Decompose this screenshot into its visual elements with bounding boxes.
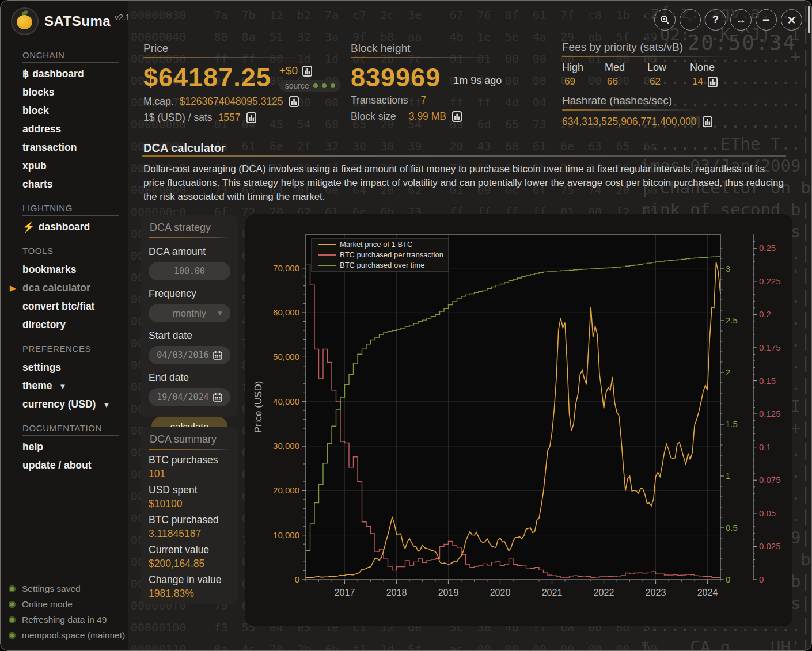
minimize-button[interactable]: −	[756, 9, 777, 31]
calendar-icon[interactable]	[213, 393, 222, 402]
svg-text:30,000: 30,000	[273, 441, 299, 451]
sidebar-item-dca-calculator[interactable]: ▶dca calculator	[1, 279, 128, 297]
start-date-label: Start date	[149, 330, 230, 342]
svg-text:2022: 2022	[594, 588, 614, 597]
dca-amount-input[interactable]	[154, 265, 225, 277]
transactions-value: 7	[421, 94, 427, 106]
btc-purchases-value: 101	[149, 468, 230, 480]
sidebar-item-help[interactable]: help	[1, 437, 128, 456]
svg-text:2017: 2017	[335, 588, 355, 597]
close-button[interactable]: ×	[781, 9, 802, 31]
chevron-down-icon: ▼	[59, 382, 67, 391]
sidebar-item-charts[interactable]: charts	[1, 175, 128, 193]
fee-none-label: None	[690, 62, 742, 74]
dca-chart-panel: 010,00020,00030,00040,00050,00060,00070,…	[245, 214, 792, 626]
chart-icon[interactable]	[703, 116, 712, 127]
svg-text:0.15: 0.15	[759, 376, 776, 386]
dca-chart: 010,00020,00030,00040,00050,00060,00070,…	[245, 214, 792, 626]
svg-text:2.5: 2.5	[726, 315, 738, 325]
dca-amount-label: DCA amount	[149, 246, 230, 258]
status-dot-icon	[9, 601, 16, 608]
fee-low-label: Low	[647, 62, 690, 74]
sidebar-item-lightning-dashboard[interactable]: ⚡dashboard	[1, 218, 128, 236]
svg-text:0.025: 0.025	[759, 541, 781, 551]
frequency-select[interactable]: monthly▼	[149, 304, 230, 322]
status-list: Settings saved Online mode Refreshing da…	[9, 578, 125, 646]
end-date-label: End date	[149, 372, 230, 384]
usd-spent-label: USD spent	[149, 484, 230, 496]
chart-icon[interactable]	[302, 66, 312, 77]
dca-amount-field	[149, 262, 230, 280]
calendar-icon[interactable]	[213, 351, 222, 360]
svg-text:2020: 2020	[490, 588, 511, 597]
fee-med-value: 66	[605, 76, 647, 87]
sidebar-item-dashboard[interactable]: ฿dashboard	[1, 64, 128, 83]
change-in-value-value: 1981.83%	[149, 588, 230, 600]
lightning-icon: ⚡	[22, 221, 35, 233]
sidebar-item-directory[interactable]: directory	[1, 315, 128, 334]
mcap-label: M.cap.	[143, 96, 174, 108]
minimize-icon: −	[762, 13, 770, 28]
svg-text:Price (USD): Price (USD)	[253, 381, 264, 433]
svg-text:Market price of 1 BTC: Market price of 1 BTC	[340, 240, 412, 249]
chevron-down-icon: ▼	[217, 309, 223, 317]
frequency-label: Frequency	[149, 288, 230, 300]
sidebar-item-currency[interactable]: currency (USD)▼	[1, 395, 128, 413]
svg-text:0.2: 0.2	[759, 309, 771, 319]
sidebar-item-xpub[interactable]: xpub	[1, 157, 128, 175]
sidebar-item-convert-btc-fiat[interactable]: convert btc/fiat	[1, 297, 128, 315]
help-button[interactable]: ?	[705, 9, 726, 31]
svg-text:0: 0	[295, 574, 299, 584]
status-refresh-countdown: Refreshing data in 49	[9, 615, 125, 625]
price-change: +$0	[279, 64, 298, 77]
hashrate-label: Hashrate (hashes/sec)	[562, 94, 752, 107]
chart-icon[interactable]	[452, 111, 462, 122]
svg-text:0.05: 0.05	[759, 508, 776, 518]
usd-spent-value: $10100	[149, 498, 230, 510]
scrollbar-thumb[interactable]	[808, 6, 810, 33]
sidebar-item-address[interactable]: address	[1, 120, 128, 138]
section-preferences: PREFERENCES	[22, 344, 119, 356]
end-date-field[interactable]: 19/04/2024	[149, 388, 230, 406]
svg-text:40,000: 40,000	[273, 397, 299, 406]
section-onchain: ONCHAIN	[22, 50, 119, 63]
price-label: Price	[143, 42, 316, 55]
summary-panel-title: DCA summary	[149, 433, 230, 446]
sidebar: SATSuma v2.1 ONCHAIN ฿dashboard blocks b…	[1, 1, 128, 650]
fees-grid: High69 Med66 Low62 None 14	[562, 62, 752, 87]
chevron-down-icon: ▼	[103, 401, 110, 409]
sidebar-item-block[interactable]: block	[1, 101, 128, 120]
transactions-label: Transactions	[351, 94, 408, 106]
search-icon	[660, 15, 670, 25]
dca-summary-panel: DCA summary BTC purchases 101 USD spent …	[141, 427, 238, 604]
svg-text:BTC purchased over time: BTC purchased over time	[340, 261, 424, 269]
sidebar-item-update-about[interactable]: update / about	[1, 456, 128, 474]
sidebar-item-settings[interactable]: settings	[1, 358, 128, 376]
favorite-button[interactable]: ♥	[680, 9, 701, 31]
question-icon: ?	[712, 14, 719, 26]
btc-price-value: $64187.25	[143, 64, 271, 90]
bitcoin-icon: ฿	[22, 68, 29, 79]
sidebar-item-bookmarks[interactable]: bookmarks	[1, 260, 128, 279]
svg-text:BTC purchased per transaction: BTC purchased per transaction	[340, 250, 443, 259]
fee-none-value: 14	[692, 76, 703, 87]
chart-icon[interactable]	[289, 96, 299, 107]
svg-text:20,000: 20,000	[273, 485, 299, 495]
sidebar-item-transaction[interactable]: transaction	[1, 138, 128, 157]
resize-button[interactable]: ↔	[730, 9, 752, 31]
start-date-field[interactable]: 04/03/2016	[149, 346, 230, 364]
chart-icon[interactable]	[708, 77, 718, 87]
section-lightning: LIGHTNING	[22, 203, 119, 216]
search-button[interactable]	[654, 9, 676, 31]
btc-purchases-label: BTC purchases	[149, 454, 230, 466]
sidebar-item-theme[interactable]: theme▼	[1, 376, 128, 395]
sidebar-item-blocks[interactable]: blocks	[1, 83, 128, 101]
chart-icon[interactable]	[246, 112, 256, 123]
block-age: 1m 9s ago	[453, 75, 502, 87]
change-in-value-label: Change in value	[149, 574, 230, 586]
svg-text:2021: 2021	[542, 588, 563, 597]
active-item-arrow-icon: ▶	[10, 284, 16, 292]
heart-icon: ♥	[687, 13, 694, 26]
svg-text:0.075: 0.075	[759, 475, 781, 485]
price-source[interactable]: source	[279, 80, 341, 92]
